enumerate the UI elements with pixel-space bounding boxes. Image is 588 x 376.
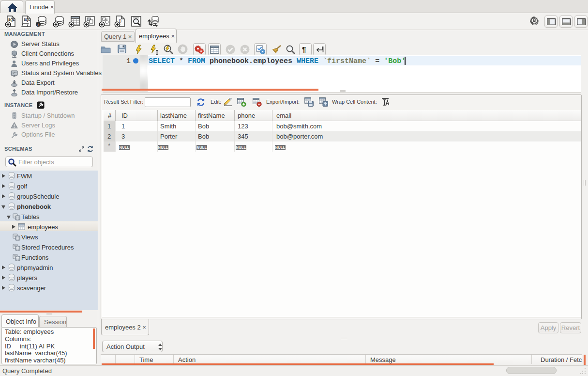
svg-text:SQL: SQL — [24, 18, 30, 22]
svg-text:SQL: SQL — [8, 18, 15, 22]
